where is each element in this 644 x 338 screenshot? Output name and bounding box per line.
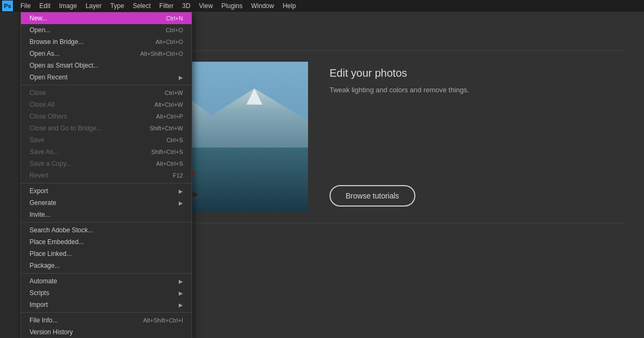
scripts-arrow-icon: ▶ [179, 290, 183, 296]
menu-view[interactable]: View [195, 1, 217, 11]
separator-4 [21, 273, 192, 274]
menu-item-import-label: Import [30, 301, 48, 308]
menu-item-save-as[interactable]: Save As... Shift+Ctrl+S [21, 146, 192, 158]
menu-item-open-recent-label: Open Recent [30, 74, 68, 81]
menu-item-save-as-shortcut: Shift+Ctrl+S [151, 149, 183, 155]
browse-tutorials-button[interactable]: Browse tutorials [330, 185, 415, 207]
menu-item-package[interactable]: Package... [21, 260, 192, 271]
menu-item-file-info[interactable]: File Info... Alt+Shift+Ctrl+I [21, 314, 192, 326]
menu-item-close[interactable]: Close Ctrl+W [21, 87, 192, 99]
separator-2 [21, 183, 192, 183]
menu-item-open-shortcut: Ctrl+O [166, 27, 183, 33]
menu-item-generate-label: Generate [30, 199, 56, 207]
menu-item-save-label: Save [30, 136, 44, 144]
menu-item-adobe-stock-label: Search Adobe Stock... [30, 226, 93, 234]
open-recent-arrow-icon: ▶ [179, 75, 183, 80]
menu-item-scripts-label: Scripts [30, 289, 49, 297]
menu-item-open[interactable]: Open... Ctrl+O [21, 24, 192, 36]
file-dropdown-menu: New... Ctrl+N Open... Ctrl+O Browse in B… [20, 12, 192, 338]
info-panel: Edit your photos Tweak lighting and colo… [330, 62, 625, 212]
menu-item-bridge-label: Browse in Bridge... [30, 38, 84, 46]
menu-item-new-shortcut: Ctrl+N [166, 15, 183, 21]
menu-item-file-info-label: File Info... [30, 317, 58, 324]
edit-desc: Tweak lighting and colors and remove thi… [330, 85, 625, 95]
menu-item-open-as-label: Open As... [30, 50, 60, 57]
ps-logo: Ps [2, 1, 13, 11]
menu-3d[interactable]: 3D [178, 1, 194, 11]
menu-item-place-embedded-label: Place Embedded... [30, 238, 84, 246]
menu-item-place-linked[interactable]: Place Linked... [21, 248, 192, 260]
menu-plugins[interactable]: Plugins [217, 1, 247, 11]
separator-3 [21, 222, 192, 223]
menu-item-close-shortcut: Ctrl+W [165, 90, 183, 96]
menu-item-invite-label: Invite... [30, 211, 50, 218]
menu-file[interactable]: File [16, 1, 35, 11]
menu-item-open-as[interactable]: Open As... Alt+Shift+Ctrl+O [21, 48, 192, 60]
menu-item-save[interactable]: Save Ctrl+S [21, 134, 192, 146]
menu-item-new[interactable]: New... Ctrl+N [21, 12, 192, 24]
menu-item-close-bridge-shortcut: Shift+Ctrl+W [150, 125, 183, 131]
menu-item-open-label: Open... [30, 26, 50, 34]
menu-item-export-label: Export [30, 187, 48, 195]
generate-arrow-icon: ▶ [179, 200, 183, 206]
menu-item-import[interactable]: Import ▶ [21, 299, 192, 311]
menu-layer[interactable]: Layer [81, 1, 106, 11]
menu-item-save-as-label: Save As... [30, 148, 58, 156]
menu-item-save-copy-shortcut: Alt+Ctrl+S [156, 160, 183, 167]
menu-item-adobe-stock[interactable]: Search Adobe Stock... [21, 224, 192, 236]
menu-item-close-others-label: Close Others [30, 113, 67, 120]
menu-item-revert[interactable]: Revert F12 [21, 170, 192, 181]
menu-item-revert-label: Revert [30, 172, 48, 179]
menu-item-place-embedded[interactable]: Place Embedded... [21, 236, 192, 248]
menu-item-export[interactable]: Export ▶ [21, 185, 192, 197]
edit-title: Edit your photos [330, 67, 625, 79]
menu-item-new-label: New... [30, 14, 47, 22]
menu-item-bridge-shortcut: Alt+Ctrl+O [156, 39, 183, 45]
menu-item-close-all[interactable]: Close All Alt+Ctrl+W [21, 99, 192, 111]
menu-image[interactable]: Image [55, 1, 81, 11]
import-arrow-icon: ▶ [179, 302, 183, 308]
menu-item-save-copy[interactable]: Save a Copy... Alt+Ctrl+S [21, 158, 192, 170]
menu-item-automate-label: Automate [30, 277, 57, 285]
menu-item-version-history-label: Version History [30, 328, 73, 336]
menu-item-close-all-shortcut: Alt+Ctrl+W [155, 101, 183, 108]
menu-bar: Ps File Edit Image Layer Type Select Fil… [0, 0, 644, 12]
export-arrow-icon: ▶ [179, 188, 183, 194]
menu-item-close-bridge-label: Close and Go to Bridge... [30, 124, 102, 132]
menu-item-place-linked-label: Place Linked... [30, 250, 72, 258]
menu-type[interactable]: Type [106, 1, 128, 11]
menu-item-bridge[interactable]: Browse in Bridge... Alt+Ctrl+O [21, 36, 192, 48]
menu-item-open-smart[interactable]: Open as Smart Object... [21, 60, 192, 71]
menu-item-open-recent[interactable]: Open Recent ▶ [21, 71, 192, 83]
menu-item-scripts[interactable]: Scripts ▶ [21, 287, 192, 299]
menu-window[interactable]: Window [247, 1, 279, 11]
menu-item-close-others[interactable]: Close Others Alt+Ctrl+P [21, 111, 192, 122]
menu-filter[interactable]: Filter [155, 1, 178, 11]
menu-select[interactable]: Select [128, 1, 155, 11]
menu-item-package-label: Package... [30, 262, 60, 269]
menu-item-invite[interactable]: Invite... [21, 209, 192, 221]
menu-item-automate[interactable]: Automate ▶ [21, 275, 192, 287]
menu-item-revert-shortcut: F12 [173, 172, 183, 179]
menu-item-generate[interactable]: Generate ▶ [21, 197, 192, 209]
menu-item-close-others-shortcut: Alt+Ctrl+P [156, 113, 183, 120]
menu-help[interactable]: Help [279, 1, 301, 11]
automate-arrow-icon: ▶ [179, 278, 183, 284]
left-toolbar [0, 12, 20, 338]
menu-edit[interactable]: Edit [35, 1, 55, 11]
menu-item-save-copy-label: Save a Copy... [30, 160, 71, 167]
menu-item-save-shortcut: Ctrl+S [166, 137, 183, 143]
separator-1 [21, 85, 192, 85]
menu-item-file-info-shortcut: Alt+Shift+Ctrl+I [143, 317, 183, 324]
menu-item-open-as-shortcut: Alt+Shift+Ctrl+O [140, 50, 183, 57]
menu-item-open-smart-label: Open as Smart Object... [30, 62, 99, 69]
menu-item-close-label: Close [30, 89, 46, 97]
menu-item-version-history[interactable]: Version History [21, 326, 192, 338]
menu-item-close-bridge[interactable]: Close and Go to Bridge... Shift+Ctrl+W [21, 122, 192, 134]
edit-info: Edit your photos Tweak lighting and colo… [330, 67, 625, 95]
menu-item-close-all-label: Close All [30, 101, 55, 108]
separator-5 [21, 312, 192, 313]
